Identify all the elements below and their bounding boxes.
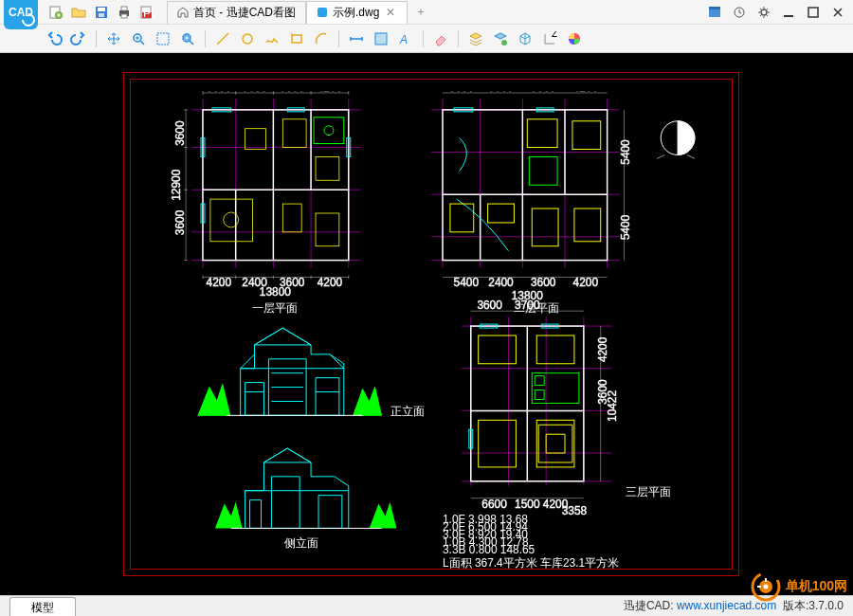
svg-text:3.3B   0.800   148.65: 3.3B 0.800 148.65 [443,543,535,556]
maximize-icon[interactable] [806,5,821,20]
svg-text:3600: 3600 [531,276,556,289]
reset-view-icon[interactable] [732,5,747,20]
svg-point-26 [501,40,507,45]
svg-rect-41 [245,129,266,150]
tab-row: 首页 - 迅捷CAD看图 示例.dwg ✕ ＋ [167,1,707,24]
svg-rect-19 [157,33,169,45]
svg-text:3500: 3500 [242,91,267,94]
svg-rect-58 [443,110,608,261]
open-folder-icon[interactable] [70,4,87,21]
minimize-icon[interactable] [781,5,796,20]
measure-area-icon[interactable] [371,28,391,49]
zoom-extents-icon[interactable] [128,28,149,49]
undo-icon[interactable] [44,28,64,49]
skin-icon[interactable] [707,5,722,20]
print-icon[interactable] [116,4,133,21]
svg-rect-39 [282,204,301,232]
svg-rect-62 [572,121,601,150]
redo-icon[interactable] [68,28,89,49]
text-tool-icon[interactable]: A [395,28,416,49]
tab-home[interactable]: 首页 - 迅捷CAD看图 [167,1,306,24]
svg-text:z: z [552,31,557,40]
save-icon[interactable] [93,4,110,21]
svg-rect-61 [527,119,557,148]
pan-icon[interactable] [103,28,124,49]
svg-text:3600: 3600 [173,120,187,146]
svg-text:3900: 3900 [488,91,514,94]
svg-point-20 [183,34,191,42]
model-tab[interactable]: 模型 [9,597,76,616]
tab-add-button[interactable]: ＋ [411,3,430,22]
new-file-icon[interactable] [47,4,64,21]
elevation-front: 正立面 [198,328,425,418]
svg-text:4200: 4200 [573,91,599,94]
svg-rect-89 [479,420,517,467]
floor-plan-3: 3600370013800 4200360010422 660015004200… [462,289,672,516]
line-tool-icon[interactable] [212,28,233,49]
svg-text:1500: 1500 [515,498,540,511]
svg-rect-3 [98,8,105,11]
svg-rect-64 [532,208,558,246]
drawing-canvas[interactable]: 36003500 36004200 16200 12900 3600 3600 … [0,53,853,595]
svg-rect-91 [532,373,579,404]
separator [423,30,424,47]
svg-rect-21 [185,36,189,40]
svg-point-22 [243,34,252,44]
3d-view-icon[interactable] [515,28,535,49]
svg-rect-7 [121,14,127,18]
svg-rect-24 [375,33,387,45]
svg-rect-35 [210,199,253,242]
zoom-fit-icon[interactable] [177,28,198,49]
svg-text:4200: 4200 [318,276,343,289]
eraser-icon[interactable] [430,28,451,49]
rectangle-tool-icon[interactable] [286,28,307,49]
svg-rect-12 [709,9,720,17]
color-wheel-icon[interactable] [564,28,585,49]
svg-text:5400: 5400 [454,276,480,289]
area-table: 1.0F 3.998 13.68 2.0F 6.500 14.94 3.0F 8… [443,513,619,570]
svg-point-111 [763,585,768,589]
svg-text:侧立面: 侧立面 [284,536,318,550]
svg-text:13800: 13800 [512,289,543,302]
svg-text:3600: 3600 [477,299,502,312]
zoom-window-icon[interactable] [153,28,173,49]
svg-rect-42 [314,118,344,144]
home-icon [177,7,189,18]
svg-text:12900: 12900 [170,169,183,200]
coord-icon[interactable]: z [539,28,560,49]
layers-icon[interactable] [465,28,486,49]
svg-text:3600: 3600 [207,91,232,94]
svg-rect-87 [479,335,517,364]
settings-gear-icon[interactable] [756,5,771,20]
svg-text:4200: 4200 [596,336,609,362]
svg-rect-67 [529,156,557,185]
svg-rect-38 [316,156,339,180]
svg-text:3358: 3358 [562,504,588,517]
close-icon[interactable] [830,5,845,20]
pdf-export-icon[interactable]: PDF [138,4,155,21]
window-controls [707,5,845,20]
circle-tool-icon[interactable] [237,28,258,49]
svg-rect-11 [318,8,327,17]
drawing-frame-inner: 36003500 36004200 16200 12900 3600 3600 … [130,79,733,570]
polyline-tool-icon[interactable] [262,28,282,49]
tab-file[interactable]: 示例.dwg ✕ [306,1,408,24]
svg-rect-4 [99,13,104,17]
svg-text:4200: 4200 [318,91,343,94]
tab-close-icon[interactable]: ✕ [384,6,397,19]
svg-rect-29 [203,110,349,261]
measure-dist-icon[interactable] [346,28,367,49]
svg-rect-16 [784,15,793,17]
layer-props-icon[interactable] [490,28,511,49]
watermark-logo-icon [750,571,782,603]
app-logo: CAD [4,0,38,29]
svg-point-43 [324,126,334,136]
svg-text:一层平面: 一层平面 [252,301,298,315]
cad-drawing: 36003500 36004200 16200 12900 3600 3600 … [142,91,743,580]
arc-tool-icon[interactable] [311,28,332,49]
svg-rect-37 [282,119,306,148]
svg-rect-13 [709,7,720,9]
floor-plan-2: 3600390036004200 18600 54005400 54002400… [431,91,632,315]
tab-file-label: 示例.dwg [333,5,379,21]
svg-text:13800: 13800 [260,285,291,299]
